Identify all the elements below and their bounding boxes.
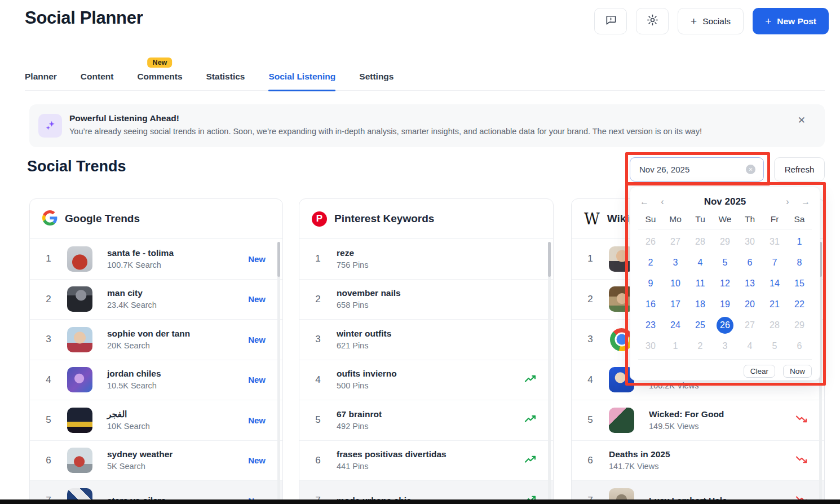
next-year-icon[interactable]: →: [799, 197, 812, 207]
prev-month-icon[interactable]: ‹: [656, 197, 669, 207]
calendar-day[interactable]: 17: [663, 294, 688, 315]
calendar-day[interactable]: 25: [688, 315, 713, 335]
calendar-day[interactable]: 3: [713, 335, 737, 356]
item-title: man city: [107, 288, 157, 298]
calendar-day[interactable]: 4: [737, 335, 762, 356]
calendar-day[interactable]: 21: [762, 294, 787, 315]
calendar-day[interactable]: 5: [762, 335, 787, 356]
calendar-day[interactable]: 15: [787, 273, 812, 294]
calendar-day[interactable]: 9: [638, 273, 663, 294]
add-socials-button[interactable]: + Socials: [678, 8, 744, 34]
calendar-day[interactable]: 18: [688, 294, 713, 315]
calendar-day[interactable]: 6: [737, 252, 762, 273]
list-item[interactable]: 4oufits invierno500 Pins: [299, 360, 553, 401]
calendar-day[interactable]: 10: [663, 273, 688, 294]
calendar-day[interactable]: 26: [713, 315, 737, 335]
clear-date-icon[interactable]: ✕: [746, 165, 755, 174]
refresh-button[interactable]: Refresh: [774, 157, 825, 182]
calendar-day[interactable]: 28: [688, 231, 713, 252]
calendar-day[interactable]: 26: [638, 231, 663, 252]
calendar-now-button[interactable]: Now: [783, 365, 812, 378]
feedback-button[interactable]: [594, 8, 627, 34]
list-item[interactable]: 2november nails658 Pins: [299, 280, 553, 320]
tab-content[interactable]: Content: [81, 72, 114, 90]
date-input[interactable]: Nov 26, 2025 ✕: [630, 157, 764, 182]
calendar-day[interactable]: 7: [762, 252, 787, 273]
list-item[interactable]: 567 brainrot492 Pins: [299, 400, 553, 441]
list-item[interactable]: 6sydney weather5K SearchNew: [30, 441, 282, 481]
tab-social-listening[interactable]: Social Listening: [268, 72, 335, 90]
list-item[interactable]: 4jordan chiles10.5K SearchNew: [30, 360, 282, 401]
item-text: sydney weather5K Search: [107, 449, 173, 471]
item-subtitle: 149.5K Views: [649, 422, 724, 431]
calendar-day[interactable]: 22: [787, 294, 812, 315]
calendar-day[interactable]: 14: [762, 273, 787, 294]
calendar-day[interactable]: 1: [663, 335, 688, 356]
list-item[interactable]: 6Deaths in 2025141.7K Views: [572, 441, 824, 481]
tab-planner[interactable]: Planner: [25, 72, 57, 90]
calendar-day[interactable]: 24: [663, 315, 688, 335]
calendar-day[interactable]: 12: [713, 273, 737, 294]
calendar-day[interactable]: 23: [638, 315, 663, 335]
list-item[interactable]: 3sophie von der tann20K SearchNew: [30, 320, 282, 360]
calendar-day[interactable]: 20: [737, 294, 762, 315]
item-subtitle: 20K Search: [107, 341, 190, 351]
calendar-header: ← ‹ Nov 2025 › →: [638, 195, 812, 209]
wikipedia-logo-icon: W: [584, 211, 600, 227]
date-picker-popup: ← ‹ Nov 2025 › → SuMoTuWeThFrSa 26272829…: [630, 187, 820, 381]
item-title: frases positivas divertidas: [337, 449, 446, 459]
rank-number: 4: [41, 374, 56, 386]
list-item[interactable]: 2man city23.4K SearchNew: [30, 280, 282, 320]
card-header: PPinterest Keywords: [299, 199, 553, 239]
item-subtitle: 100.7K Search: [107, 260, 174, 270]
tab-statistics[interactable]: Statistics: [206, 72, 245, 90]
calendar-day[interactable]: 28: [762, 315, 787, 335]
close-icon[interactable]: ✕: [798, 114, 806, 126]
list-item[interactable]: 1santa fe - tolima100.7K SearchNew: [30, 239, 282, 280]
settings-button[interactable]: [636, 8, 669, 34]
list-item[interactable]: 3winter outfits621 Pins: [299, 320, 553, 360]
tab-label: Planner: [25, 72, 57, 81]
tab-comments[interactable]: NewComments: [137, 72, 182, 90]
calendar-day[interactable]: 16: [638, 294, 663, 315]
calendar-day[interactable]: 27: [663, 231, 688, 252]
calendar-day[interactable]: 3: [663, 252, 688, 273]
calendar-day[interactable]: 2: [638, 252, 663, 273]
prev-year-icon[interactable]: ←: [638, 197, 651, 207]
rank-number: 5: [583, 414, 598, 426]
calendar-day[interactable]: 31: [762, 231, 787, 252]
item-subtitle: 441 Pins: [337, 462, 446, 471]
calendar-day[interactable]: 30: [737, 231, 762, 252]
tab-settings[interactable]: Settings: [359, 72, 394, 90]
rank-number: 6: [311, 455, 325, 466]
item-title: sydney weather: [107, 449, 173, 459]
calendar-day[interactable]: 30: [638, 335, 663, 356]
list-item[interactable]: 5Wicked: For Good149.5K Views: [572, 400, 824, 441]
calendar-day[interactable]: 19: [713, 294, 737, 315]
calendar-day[interactable]: 4: [688, 252, 713, 273]
calendar-day[interactable]: 5: [713, 252, 737, 273]
calendar-day[interactable]: 11: [688, 273, 713, 294]
scrollbar-thumb[interactable]: [277, 242, 280, 277]
list-item[interactable]: 5الفجر10K SearchNew: [30, 400, 282, 441]
calendar-day[interactable]: 27: [737, 315, 762, 335]
calendar-clear-button[interactable]: Clear: [744, 365, 775, 378]
calendar-month-title[interactable]: Nov 2025: [669, 196, 781, 207]
scrollbar-thumb[interactable]: [548, 242, 551, 277]
item-subtitle: 10K Search: [107, 422, 150, 431]
list-item[interactable]: 6frases positivas divertidas441 Pins: [299, 441, 553, 481]
new-post-button[interactable]: + New Post: [753, 8, 829, 34]
next-month-icon[interactable]: ›: [781, 197, 794, 207]
calendar-day[interactable]: 29: [787, 315, 812, 335]
calendar-day[interactable]: 8: [787, 252, 812, 273]
tab-label: Social Listening: [268, 72, 335, 81]
weekday-label: Sa: [787, 214, 812, 224]
list-item[interactable]: 1reze756 Pins: [299, 239, 553, 280]
calendar-day[interactable]: 6: [787, 335, 812, 356]
calendar-day[interactable]: 29: [713, 231, 737, 252]
calendar-day[interactable]: 2: [688, 335, 713, 356]
feedback-bubble-icon: [604, 14, 617, 29]
tab-new-badge: New: [148, 58, 173, 68]
calendar-day[interactable]: 1: [787, 231, 812, 252]
calendar-day[interactable]: 13: [737, 273, 762, 294]
